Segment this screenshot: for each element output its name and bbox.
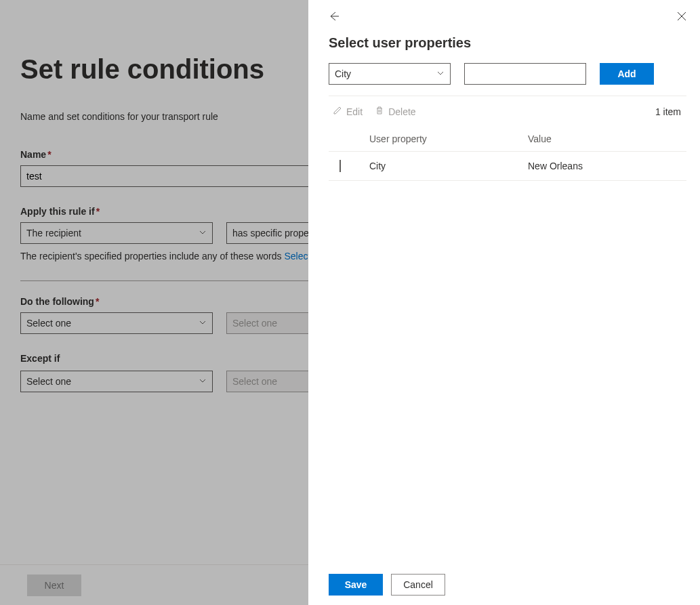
panel-footer: Save Cancel xyxy=(329,564,686,605)
table-row[interactable]: City New Orleans xyxy=(329,151,686,181)
cancel-button[interactable]: Cancel xyxy=(391,574,445,596)
chevron-down-icon xyxy=(436,68,445,79)
edit-label: Edit xyxy=(346,106,363,117)
properties-table: User property Value City New Orleans xyxy=(329,127,686,181)
close-icon[interactable] xyxy=(677,12,686,21)
delete-label: Delete xyxy=(388,106,415,117)
property-select-value: City xyxy=(335,68,351,79)
property-select[interactable]: City xyxy=(329,63,451,85)
col-user-property: User property xyxy=(369,133,528,144)
panel-toolbar: Edit Delete 1 item xyxy=(329,96,686,127)
trash-icon xyxy=(375,106,384,117)
col-value: Value xyxy=(528,133,686,144)
cell-value: New Orleans xyxy=(528,161,686,171)
item-count: 1 item xyxy=(655,106,686,117)
cell-user-property: City xyxy=(369,161,528,171)
add-button[interactable]: Add xyxy=(600,63,654,85)
back-icon[interactable] xyxy=(329,11,339,22)
property-value-input[interactable] xyxy=(464,63,586,85)
modal-overlay xyxy=(0,0,308,605)
edit-button[interactable]: Edit xyxy=(333,106,363,117)
pencil-icon xyxy=(333,106,342,117)
add-property-row: City Add xyxy=(329,63,686,96)
panel-title: Select user properties xyxy=(329,35,686,51)
table-header: User property Value xyxy=(329,127,686,151)
save-button[interactable]: Save xyxy=(329,574,383,596)
delete-button[interactable]: Delete xyxy=(375,106,415,117)
select-user-properties-panel: Select user properties City Add Edit Del… xyxy=(308,0,700,605)
row-checkbox[interactable] xyxy=(339,160,341,172)
